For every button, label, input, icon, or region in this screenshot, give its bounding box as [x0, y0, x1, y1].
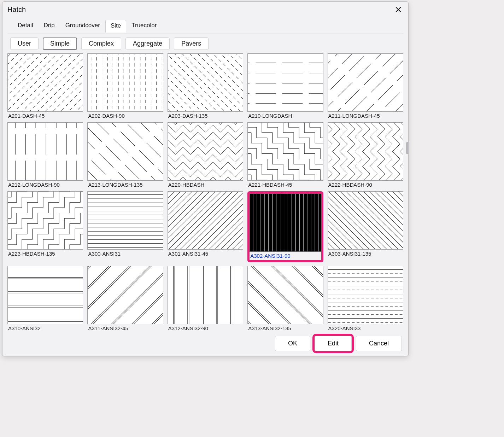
- pattern-thumbnail: [168, 191, 243, 250]
- pattern-cell[interactable]: A310-ANSI32: [7, 266, 83, 331]
- pattern-label: A223-HBDASH-135: [7, 250, 83, 257]
- pattern-label: A221-HBDASH-45: [247, 181, 323, 188]
- pattern-label: A310-ANSI32: [7, 324, 83, 331]
- pattern-thumbnail: [7, 191, 83, 250]
- pattern-cell[interactable]: A220-HBDASH: [168, 122, 243, 188]
- edit-button[interactable]: Edit: [315, 336, 352, 351]
- pattern-cell[interactable]: A313-ANSI32-135: [247, 266, 323, 331]
- pattern-thumbnail: [7, 266, 83, 324]
- pattern-thumbnail: [87, 191, 163, 250]
- pattern-thumbnail: [247, 122, 323, 181]
- pattern-grid: A201-DASH-45A202-DASH-90A203-DASH-135A21…: [7, 53, 403, 331]
- pattern-thumbnail: [87, 266, 163, 324]
- pattern-thumbnail: [7, 122, 83, 181]
- pattern-label: A301-ANSI31-45: [168, 250, 243, 257]
- pattern-thumbnail: [168, 122, 243, 181]
- pattern-cell[interactable]: A222-HBDASH-90: [328, 122, 403, 188]
- filter-button[interactable]: Simple: [43, 37, 77, 50]
- category-tab[interactable]: Site: [105, 20, 126, 33]
- pattern-label: A220-HBDASH: [168, 181, 243, 188]
- pattern-cell[interactable]: A221-HBDASH-45: [247, 122, 323, 188]
- pattern-label: A222-HBDASH-90: [328, 181, 403, 188]
- pattern-label: A312-ANSI32-90: [168, 324, 243, 331]
- cancel-button[interactable]: Cancel: [356, 336, 402, 351]
- pattern-thumbnail: [87, 53, 163, 112]
- pattern-thumbnail: [328, 53, 403, 112]
- pattern-cell[interactable]: A223-HBDASH-135: [7, 191, 83, 262]
- pattern-label: A211-LONGDASH-45: [328, 112, 403, 119]
- pattern-cell[interactable]: A320-ANSI33: [328, 266, 403, 331]
- pattern-cell[interactable]: A213-LONGDASH-135: [87, 122, 163, 188]
- pattern-label: A210-LONGDASH: [247, 112, 323, 119]
- pattern-cell[interactable]: A212-LONGDASH-90: [7, 122, 83, 188]
- pattern-label: A302-ANSI31-90: [250, 252, 321, 259]
- pattern-label: A203-DASH-135: [168, 112, 243, 119]
- pattern-thumbnail: [328, 266, 403, 324]
- pattern-label: A320-ANSI33: [328, 324, 403, 331]
- close-button[interactable]: [392, 3, 405, 16]
- pattern-thumbnail: [328, 191, 403, 250]
- pattern-cell[interactable]: A203-DASH-135: [168, 53, 243, 119]
- pattern-label: A303-ANSI31-135: [328, 250, 403, 257]
- pattern-cell[interactable]: A303-ANSI31-135: [328, 191, 403, 262]
- category-tabs: DetailDripGroundcoverSiteTruecolor: [7, 19, 403, 34]
- pattern-thumbnail: [250, 193, 321, 252]
- pattern-cell[interactable]: A202-DASH-90: [87, 53, 163, 119]
- pattern-thumbnail: [168, 53, 243, 112]
- pattern-label: A212-LONGDASH-90: [7, 181, 83, 188]
- pattern-thumbnail: [7, 53, 83, 112]
- category-tab[interactable]: Groundcover: [60, 19, 105, 32]
- close-icon: [395, 6, 402, 13]
- pattern-label: A313-ANSI32-135: [247, 324, 323, 331]
- pattern-cell[interactable]: A311-ANSI32-45: [87, 266, 163, 331]
- dialog-title: Hatch: [7, 6, 26, 14]
- pattern-cell[interactable]: A301-ANSI31-45: [168, 191, 243, 262]
- pattern-label: A202-DASH-90: [87, 112, 163, 119]
- pattern-thumbnail: [168, 266, 243, 324]
- pattern-label: A300-ANSI31: [87, 250, 163, 257]
- pattern-cell[interactable]: A210-LONGDASH: [247, 53, 323, 119]
- filter-button[interactable]: Aggregate: [125, 37, 170, 50]
- pattern-thumbnail: [328, 122, 403, 181]
- pattern-cell[interactable]: A312-ANSI32-90: [168, 266, 243, 331]
- category-tab[interactable]: Truecolor: [126, 19, 162, 32]
- pattern-cell[interactable]: A302-ANSI31-90: [247, 191, 323, 262]
- pattern-label: A201-DASH-45: [7, 112, 83, 119]
- scrollbar-thumb[interactable]: [406, 142, 408, 154]
- pattern-label: A311-ANSI32-45: [87, 324, 163, 331]
- filter-row: UserSimpleComplexAggregatePavers: [2, 34, 408, 52]
- pattern-thumbnail: [247, 53, 323, 112]
- pattern-label: A213-LONGDASH-135: [87, 181, 163, 188]
- hatch-dialog: Hatch DetailDripGroundcoverSiteTruecolor…: [2, 1, 409, 356]
- pattern-cell[interactable]: A201-DASH-45: [7, 53, 83, 119]
- filter-button[interactable]: User: [10, 37, 39, 50]
- category-tab[interactable]: Detail: [12, 19, 38, 32]
- pattern-cell[interactable]: A300-ANSI31: [87, 191, 163, 262]
- category-tab[interactable]: Drip: [38, 19, 60, 32]
- filter-button[interactable]: Complex: [81, 37, 121, 50]
- pattern-thumbnail: [87, 122, 163, 181]
- filter-button[interactable]: Pavers: [174, 37, 209, 50]
- ok-button[interactable]: OK: [275, 336, 310, 351]
- pattern-thumbnail: [247, 266, 323, 324]
- pattern-cell[interactable]: A211-LONGDASH-45: [328, 53, 403, 119]
